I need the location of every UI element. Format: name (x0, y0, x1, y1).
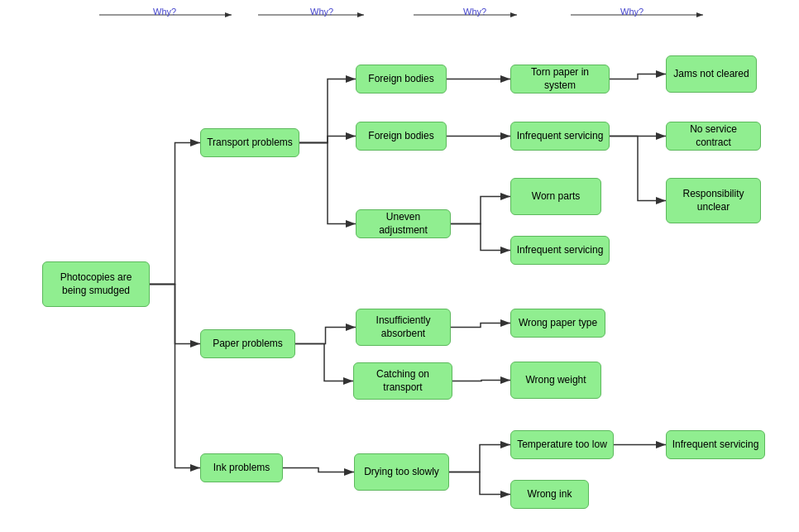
why-label-why1: Why? (153, 7, 176, 17)
node-ink: Ink problems (200, 453, 283, 482)
node-foreign1: Foreign bodies (356, 65, 447, 93)
node-paper: Paper problems (200, 329, 295, 358)
node-infreq2: Infrequent servicing (510, 236, 610, 265)
node-wrongweight: Wrong weight (510, 362, 601, 399)
why-label-why2: Why? (310, 7, 333, 17)
node-catching: Catching on transport (353, 362, 452, 400)
node-noservice: No service contract (666, 122, 761, 151)
node-jams: Jams not cleared (666, 55, 757, 93)
node-worn: Worn parts (510, 178, 601, 215)
node-wrongtype: Wrong paper type (510, 309, 605, 338)
node-infreq3: Infrequent servicing (666, 430, 765, 459)
node-torn: Torn paper in system (510, 65, 610, 93)
node-respunclear: Responsibility unclear (666, 178, 761, 223)
why-label-why4: Why? (620, 7, 644, 17)
node-drying: Drying too slowly (354, 453, 449, 491)
diagram: Why?Why?Why?Why?Photocopies are being sm… (0, 0, 799, 532)
node-templow: Temperature too low (510, 430, 614, 459)
node-infreq1: Infrequent servicing (510, 122, 610, 151)
node-transport: Transport problems (200, 128, 299, 157)
node-insuff: Insufficiently absorbent (356, 309, 451, 346)
node-wrongink: Wrong ink (510, 480, 589, 509)
node-root: Photocopies are being smudged (42, 261, 150, 307)
why-label-why3: Why? (463, 7, 486, 17)
node-uneven: Uneven adjustment (356, 209, 451, 238)
node-foreign2: Foreign bodies (356, 122, 447, 151)
